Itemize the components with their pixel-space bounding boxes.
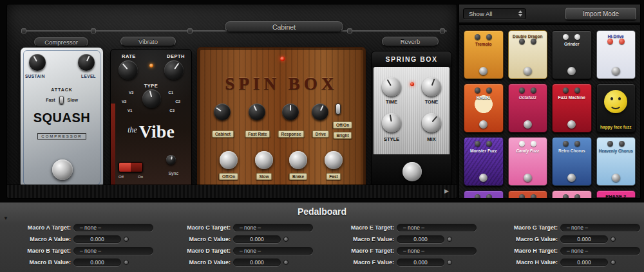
- springbox-footswitch[interactable]: [402, 162, 422, 181]
- macro-b-value-knob[interactable]: [124, 260, 129, 265]
- browser-pedal-heavenly-chorus[interactable]: Heavenly Chorus: [596, 137, 636, 186]
- macro-d-target-select[interactable]: – none –: [233, 247, 313, 255]
- tile-knobs: [563, 194, 580, 199]
- style-knob[interactable]: [382, 113, 401, 132]
- macro-b-value-slider[interactable]: 0.000: [73, 258, 121, 266]
- tile-footswitch: [479, 120, 488, 129]
- attack-toggle[interactable]: [59, 96, 64, 104]
- macro-d-target-value: – none –: [240, 248, 261, 254]
- macro-d-value-knob[interactable]: [283, 260, 289, 265]
- browser-pedal-retro-chorus[interactable]: Retro Chorus: [552, 137, 592, 186]
- browser-pedal-double-dragon[interactable]: Double Dragon: [508, 30, 548, 79]
- macro-g-value-slider[interactable]: 0.000: [560, 235, 608, 243]
- tile-footswitch: [524, 120, 532, 129]
- level-label: LEVEL: [81, 74, 96, 78]
- fast-switch-plate: Fast: [326, 173, 341, 180]
- macro-c-target-value: – none –: [240, 224, 261, 231]
- macro-f-target-label: Macro F Target:: [341, 248, 394, 254]
- browser-pedal-candy-fuzz[interactable]: Candy Fuzz: [508, 137, 548, 186]
- response-knob[interactable]: [282, 104, 299, 120]
- macro-b-target-select[interactable]: – none –: [73, 247, 153, 255]
- type-selector-knob[interactable]: [142, 89, 161, 108]
- browser-pedal-monster-fuzz[interactable]: Monster Fuzz: [464, 137, 504, 186]
- browser-pedal-fuzz-machine[interactable]: Fuzz Machine: [552, 84, 592, 132]
- sustain-knob[interactable]: [29, 54, 46, 71]
- browser-pedal[interactable]: [508, 190, 548, 199]
- type-pos-c3: C3: [169, 109, 175, 113]
- macro-c-value-slider[interactable]: 0.000: [233, 235, 281, 243]
- squash-footswitch[interactable]: [52, 159, 73, 180]
- macro-h-value-knob[interactable]: [611, 260, 616, 265]
- macro-e-target-select[interactable]: – none –: [397, 224, 477, 231]
- macro-b-value-label: Macro B Value:: [18, 259, 71, 266]
- macro-f-value-knob[interactable]: [447, 260, 452, 265]
- tone-knob[interactable]: [422, 77, 441, 96]
- macro-e-value-knob[interactable]: [447, 237, 452, 242]
- slot-label-compressor[interactable]: Compressor: [34, 37, 88, 47]
- browser-pedal-tremolo[interactable]: Tremolo: [464, 30, 504, 79]
- tile-knobs: [519, 194, 536, 199]
- browser-pedal-phase-2[interactable]: PHASE 2: [596, 190, 636, 199]
- level-knob[interactable]: [78, 54, 95, 71]
- springbox-pedal: SPRING BOX TIME TONE STYLE MIX: [371, 51, 452, 188]
- spinbox-slow-footswitch[interactable]: [255, 151, 273, 169]
- drive-knob[interactable]: [312, 104, 328, 120]
- slot-label-reverb[interactable]: Reverb: [382, 37, 439, 46]
- browser-pedal-hi-drive[interactable]: Hi-Drive: [596, 30, 636, 79]
- macro-d-value-label: Macro D Value:: [178, 259, 231, 266]
- sync-knob[interactable]: [166, 155, 176, 165]
- spinbox-brake-footswitch[interactable]: [289, 151, 307, 169]
- macro-f-target-select[interactable]: – none –: [397, 247, 477, 255]
- mix-knob[interactable]: [422, 113, 441, 132]
- macro-a-value-slider[interactable]: 0.000: [73, 235, 121, 243]
- depth-knob[interactable]: [164, 60, 184, 80]
- macro-a-value-knob[interactable]: [124, 237, 129, 242]
- rate-knob[interactable]: [118, 60, 138, 80]
- scroll-right-arrow-icon[interactable]: ▶: [444, 188, 449, 194]
- tile-knobs: [475, 141, 492, 147]
- type-pos-v2: V2: [122, 100, 126, 104]
- browser-pedal-rawk[interactable]: RAWK!: [464, 84, 504, 132]
- fast-rate-knob[interactable]: [249, 104, 265, 120]
- tile-name: Grinder: [563, 42, 580, 46]
- macro-g-target-select[interactable]: – none –: [560, 224, 640, 231]
- tile-knobs: [519, 87, 536, 93]
- slow-switch-plate: Slow: [256, 173, 272, 180]
- slow-label: Slow: [68, 98, 78, 102]
- time-knob[interactable]: [382, 77, 401, 96]
- macro-h-target-select[interactable]: – none –: [560, 247, 640, 255]
- spinbox-fast-footswitch[interactable]: [325, 151, 343, 169]
- macro-a-target-label: Macro A Target:: [18, 224, 71, 231]
- macro-a-target-select[interactable]: – none –: [73, 224, 153, 231]
- macro-e-value-slider[interactable]: 0.000: [397, 235, 444, 243]
- browser-pedal-octafuzz[interactable]: Octafuzz: [508, 84, 548, 132]
- cabinet-knob[interactable]: [214, 104, 231, 120]
- filter-dropdown[interactable]: Show All: [463, 8, 526, 19]
- slot-label-cabinet[interactable]: Cabinet: [225, 21, 343, 32]
- macro-h-value-slider[interactable]: 0.000: [560, 258, 608, 266]
- style-label: STYLE: [379, 136, 404, 142]
- filter-dropdown-value: Show All: [469, 10, 492, 17]
- browser-pedal[interactable]: [552, 190, 592, 199]
- vibe-pedal: RATE DEPTH TYPE V3 C1 V2 C2 V1 C3 theVib…: [110, 49, 192, 188]
- macro-c-target-select[interactable]: – none –: [233, 224, 313, 231]
- bright-toggle[interactable]: [336, 104, 341, 114]
- slot-label-vibrato[interactable]: Vibrato: [120, 37, 176, 46]
- tile-knobs: [475, 194, 492, 199]
- macro-f-value-slider[interactable]: 0.000: [397, 258, 444, 266]
- macro-e-target-label: Macro E Target:: [341, 224, 394, 231]
- type-pos-v1: V1: [128, 109, 132, 113]
- import-mode-button[interactable]: Import Mode: [565, 8, 636, 20]
- macro-c-value-knob[interactable]: [283, 237, 289, 242]
- browser-pedal-grinder[interactable]: Grinder: [552, 30, 592, 79]
- vibe-bypass-rocker[interactable]: [118, 162, 143, 172]
- macro-g-value-label: Macro G Value:: [505, 236, 558, 242]
- browser-pedal[interactable]: [464, 190, 504, 199]
- browser-pedal-happy-face-fuzz[interactable]: happy face fuzz: [596, 84, 636, 132]
- tile-knobs: [475, 34, 492, 40]
- spinbox-offon-footswitch[interactable]: [220, 151, 238, 169]
- macro-d-value-slider[interactable]: 0.000: [233, 258, 281, 266]
- springbox-title: SPRING BOX: [386, 55, 438, 63]
- tile-name: Octafuzz: [518, 95, 538, 100]
- macro-g-value-knob[interactable]: [611, 237, 616, 242]
